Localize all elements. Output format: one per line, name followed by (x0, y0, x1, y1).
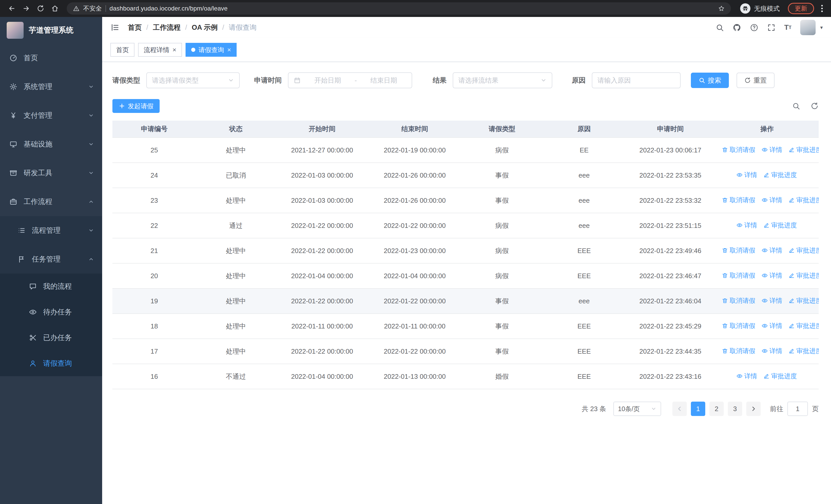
table-row[interactable]: 24已取消2022-01-03 00:00:002022-01-26 00:00… (112, 163, 819, 188)
goto-page-input[interactable] (787, 402, 808, 416)
action-progress-link[interactable]: 审批进度 (763, 221, 797, 230)
tab-close-icon[interactable]: × (227, 47, 231, 53)
help-icon[interactable] (750, 23, 758, 32)
sidebar-item-done-tasks[interactable]: 已办任务 (0, 325, 102, 351)
sidebar-item-payment[interactable]: 支付管理 (0, 101, 102, 130)
page-content: 请假类型 请选择请假类型 申请时间 开始日期 - 结束日期 结果 请选择流结果 (102, 62, 831, 504)
sidebar-logo[interactable]: 芋道管理系统 (0, 17, 102, 43)
sidebar-item-infrastructure[interactable]: 基础设施 (0, 130, 102, 158)
sidebar-item-devtools[interactable]: 研发工具 (0, 158, 102, 187)
action-cancel-link[interactable]: 取消请假 (722, 322, 755, 330)
table-row[interactable]: 25处理中2021-12-27 00:00:002022-01-19 00:00… (112, 138, 819, 163)
page-button-1[interactable]: 1 (691, 402, 705, 416)
action-cancel-link[interactable]: 取消请假 (722, 347, 755, 355)
action-detail-link[interactable]: 详情 (762, 296, 782, 305)
end-date-placeholder[interactable]: 结束日期 (361, 76, 406, 85)
search-button[interactable]: 搜索 (691, 72, 729, 88)
table-row[interactable]: 17处理中2022-01-22 00:00:002022-01-22 00:00… (112, 339, 819, 364)
browser-menu-icon[interactable] (818, 5, 826, 12)
breadcrumb-item[interactable]: 工作流程 (153, 23, 181, 32)
apply-time-range-picker[interactable]: 开始日期 - 结束日期 (288, 72, 412, 88)
breadcrumb-item[interactable]: OA 示例 (192, 23, 218, 32)
sidebar-item-workflow[interactable]: 工作流程 (0, 187, 102, 216)
action-progress-link[interactable]: 审批进度 (789, 322, 819, 330)
security-chip[interactable]: 不安全 (83, 4, 102, 12)
tab-item[interactable]: 流程详情× (138, 43, 182, 57)
page-size-select[interactable]: 10条/页 (613, 402, 661, 416)
action-detail-link[interactable]: 详情 (736, 171, 757, 179)
page-size-label: 10条/页 (618, 405, 651, 413)
sidebar-item-todo-tasks[interactable]: 待办任务 (0, 299, 102, 325)
action-progress-link[interactable]: 审批进度 (789, 146, 819, 154)
table-row[interactable]: 20处理中2022-01-04 00:00:002022-01-04 00:00… (112, 263, 819, 289)
avatar-caret-icon[interactable]: ▾ (820, 24, 823, 31)
action-progress-link[interactable]: 审批进度 (789, 347, 819, 355)
action-cancel-link[interactable]: 取消请假 (722, 196, 755, 204)
action-cancel-link[interactable]: 取消请假 (722, 246, 755, 255)
url-bar[interactable]: 不安全 dashboard.yudao.iocoder.cn/bpm/oa/le… (67, 2, 731, 14)
table-row[interactable]: 22通过2022-01-22 00:00:002022-01-22 00:00:… (112, 213, 819, 238)
tab-item[interactable]: 首页 (110, 43, 135, 57)
action-progress-link[interactable]: 审批进度 (763, 171, 797, 179)
update-button[interactable]: 更新 (788, 3, 814, 14)
sidebar-item-process-mgmt[interactable]: 流程管理 (0, 216, 102, 245)
action-detail-link[interactable]: 详情 (762, 271, 782, 280)
page-unit-label: 页 (812, 405, 819, 413)
home-icon[interactable] (48, 2, 62, 15)
action-detail-link[interactable]: 详情 (762, 146, 782, 154)
search-icon[interactable] (716, 23, 724, 32)
tab-close-icon[interactable]: × (172, 47, 176, 53)
action-detail-link[interactable]: 详情 (736, 221, 757, 230)
action-cancel-link[interactable]: 取消请假 (722, 296, 755, 305)
leave-type-select[interactable]: 请选择请假类型 (146, 72, 240, 88)
action-cancel-link[interactable]: 取消请假 (722, 146, 755, 154)
action-progress-link[interactable]: 审批进度 (763, 372, 797, 380)
sidebar-item-leave-query[interactable]: 请假查询 (0, 351, 102, 376)
action-progress-link[interactable]: 审批进度 (789, 271, 819, 280)
refresh-table-icon[interactable] (810, 102, 819, 110)
table-row[interactable]: 23处理中2022-01-03 00:00:002022-01-26 00:00… (112, 188, 819, 213)
font-size-icon[interactable]: TT (784, 24, 792, 31)
table-row[interactable]: 21处理中2022-01-22 00:00:002022-01-23 00:00… (112, 238, 819, 263)
create-leave-button[interactable]: 发起请假 (112, 99, 160, 113)
sidebar-item-task-mgmt[interactable]: 任务管理 (0, 245, 102, 273)
reload-icon[interactable] (34, 2, 47, 15)
table-cell: 病假 (461, 238, 543, 263)
hide-search-icon[interactable] (792, 102, 800, 110)
page-button-3[interactable]: 3 (728, 402, 742, 416)
action-progress-link[interactable]: 审批进度 (789, 196, 819, 204)
forward-icon[interactable] (20, 2, 33, 15)
action-detail-link[interactable]: 详情 (736, 372, 757, 380)
tab-item[interactable]: 请假查询× (185, 43, 237, 57)
back-icon[interactable] (5, 2, 19, 15)
action-detail-link[interactable]: 详情 (762, 322, 782, 330)
table-cell: EEE (543, 364, 625, 389)
url-text[interactable]: dashboard.yudao.iocoder.cn/bpm/oa/leave (110, 5, 228, 12)
prev-page-button[interactable] (672, 402, 687, 416)
action-detail-link[interactable]: 详情 (762, 347, 782, 355)
action-progress-link[interactable]: 审批进度 (789, 296, 819, 305)
action-cancel-link[interactable]: 取消请假 (722, 271, 755, 280)
fullscreen-icon[interactable] (767, 23, 776, 32)
user-avatar[interactable] (800, 20, 815, 35)
reset-button[interactable]: 重置 (737, 72, 775, 88)
result-select[interactable]: 请选择流结果 (453, 72, 552, 88)
breadcrumb-item[interactable]: 首页 (128, 23, 142, 32)
github-icon[interactable] (733, 23, 741, 32)
table-row[interactable]: 19处理中2022-01-22 00:00:002022-01-22 00:00… (112, 289, 819, 314)
column-header: 状态 (196, 121, 276, 138)
action-progress-link[interactable]: 审批进度 (789, 246, 819, 255)
sidebar-toggle-icon[interactable] (110, 23, 120, 32)
sidebar-item-system[interactable]: 系统管理 (0, 72, 102, 101)
bookmark-star-icon[interactable] (718, 5, 725, 12)
sidebar-item-my-process[interactable]: 我的流程 (0, 273, 102, 299)
action-detail-link[interactable]: 详情 (762, 246, 782, 255)
table-row[interactable]: 16不通过2022-01-04 00:00:002022-01-13 00:00… (112, 364, 819, 389)
next-page-button[interactable] (746, 402, 761, 416)
sidebar-item-home[interactable]: 首页 (0, 43, 102, 72)
start-date-placeholder[interactable]: 开始日期 (305, 76, 350, 85)
table-row[interactable]: 18处理中2022-01-11 00:00:002022-01-11 00:00… (112, 314, 819, 339)
reason-input[interactable]: 请输入原因 (592, 72, 681, 88)
action-detail-link[interactable]: 详情 (762, 196, 782, 204)
page-button-2[interactable]: 2 (709, 402, 724, 416)
